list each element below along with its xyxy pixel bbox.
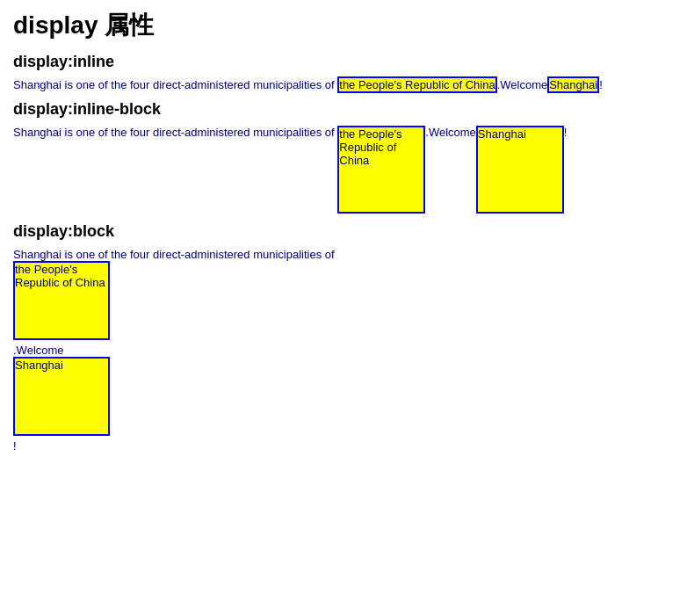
inline-block-demo-line: Shanghai is one of the four direct-admin… <box>13 126 674 214</box>
inline-block-text-before: Shanghai is one of the four direct-admin… <box>13 126 337 139</box>
section-inline-block-heading: display:inline-block <box>13 100 674 119</box>
block-mid-text: .Welcome <box>13 344 64 357</box>
inline-block-box1: the People's Republic of China <box>337 126 425 214</box>
block-box2: Shanghai <box>13 357 110 436</box>
inline-block-mid-text: .Welcome <box>425 126 476 139</box>
block-box1: the People's Republic of China <box>13 261 110 340</box>
inline-mid-text: .Welcome <box>497 78 548 91</box>
section-inline-block: display:inline-block Shanghai is one of … <box>13 100 674 214</box>
inline-demo-line: Shanghai is one of the four direct-admin… <box>13 78 674 91</box>
inline-box2: Shanghai <box>547 76 599 93</box>
section-block-heading: display:block <box>13 222 674 241</box>
block-text-before: Shanghai is one of the four direct-admin… <box>13 248 335 261</box>
block-demo-container: Shanghai is one of the four direct-admin… <box>13 248 674 453</box>
inline-block-box2: Shanghai <box>476 126 564 214</box>
section-inline-heading: display:inline <box>13 53 674 71</box>
inline-block-end-text: ! <box>564 126 568 139</box>
inline-box1: the People's Republic of China <box>337 76 496 93</box>
block-end-text: ! <box>13 439 17 453</box>
inline-end-text: ! <box>599 78 603 91</box>
inline-text-before: Shanghai is one of the four direct-admin… <box>13 78 337 91</box>
section-block: display:block Shanghai is one of the fou… <box>13 222 674 453</box>
page-title: display 属性 <box>13 9 674 42</box>
section-inline: display:inline Shanghai is one of the fo… <box>13 53 674 91</box>
